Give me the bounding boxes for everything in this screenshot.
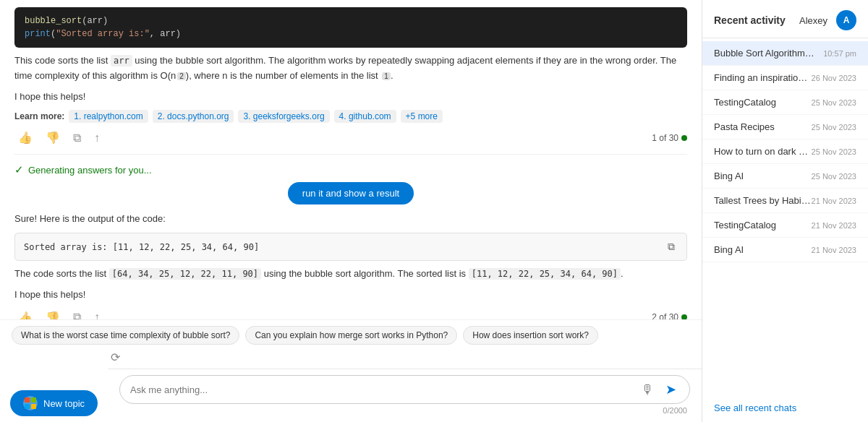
chat-messages: bubble_sort(arr) print("Sorted array is:…	[0, 0, 702, 319]
code-block-1: bubble_sort(arr) print("Sorted array is:…	[14, 7, 687, 48]
generating-text: Generating answers for you...	[28, 165, 152, 176]
sidebar-item-date-2: 25 Nov 2023	[812, 98, 856, 107]
message-actions-1: 👍 👎 ⧉ ↑ 1 of 30	[14, 129, 687, 147]
sidebar-item-7[interactable]: TestingCatalog 21 Nov 2023	[702, 213, 868, 238]
sidebar-item-date-3: 25 Nov 2023	[812, 123, 856, 132]
export-button-2[interactable]: ↑	[90, 309, 103, 319]
run-button[interactable]: run it and show a result	[288, 182, 414, 204]
win-quad-4	[31, 404, 36, 409]
learn-link-4[interactable]: 4. github.com	[334, 110, 396, 123]
learn-link-3[interactable]: 3. geeksforgeeks.org	[238, 110, 329, 123]
avatar[interactable]: A	[836, 10, 856, 30]
sidebar-item-2[interactable]: TestingCatalog 25 Nov 2023	[702, 90, 868, 115]
header-right: Alexey A	[799, 10, 856, 30]
check-icon: ✓	[14, 163, 24, 176]
sidebar-item-date-6: 21 Nov 2023	[812, 197, 856, 205]
thumbs-up-button-1[interactable]: 👍	[14, 129, 36, 147]
sidebar-item-6[interactable]: Tallest Trees by Habitat 21 Nov 2023	[702, 189, 868, 213]
learn-more-label: Learn more:	[14, 111, 64, 121]
inline-code-sorted: [11, 12, 22, 25, 34, 64, 90]	[469, 268, 621, 280]
sidebar-item-0[interactable]: Bubble Sort Algorithm in Python 10:57 pm	[702, 41, 868, 66]
message-text-2: The code sorts the list [64, 34, 25, 12,…	[14, 267, 687, 282]
counter-text-1: 1 of 30	[652, 133, 678, 143]
user-name: Alexey	[799, 15, 827, 26]
sidebar-item-8[interactable]: Bing AI 21 Nov 2023	[702, 238, 868, 262]
sidebar-item-title-5: Bing AI	[714, 171, 812, 181]
sidebar-item-title-8: Bing AI	[714, 244, 812, 255]
sidebar-item-date-5: 25 Nov 2023	[812, 172, 856, 181]
sidebar-item-date-0: 10:57 pm	[823, 49, 856, 58]
sidebar-item-title-0: Bubble Sort Algorithm in Python	[714, 48, 815, 59]
thumbs-down-button-1[interactable]: 👎	[42, 129, 64, 147]
sidebar-title: Recent activity	[714, 14, 786, 26]
sidebar-item-title-1: Finding an inspiration for my next mo...	[714, 72, 812, 83]
status-dot-1	[681, 135, 687, 141]
sidebar-item-title-2: TestingCatalog	[714, 97, 812, 108]
hope-text-2: I hope this helps!	[14, 288, 687, 303]
inline-code-input: [64, 34, 25, 12, 22, 11, 90]	[109, 268, 261, 280]
message-block-1: bubble_sort(arr) print("Sorted array is:…	[14, 7, 687, 155]
suggestion-chip-2[interactable]: Can you explain how merge sort works in …	[245, 326, 457, 345]
copy-output-button[interactable]: ⧉	[665, 239, 678, 254]
win-quad-3	[25, 404, 30, 409]
message-counter-2: 2 of 30	[652, 312, 687, 319]
learn-more-row: Learn more: 1. realpython.com 2. docs.py…	[14, 110, 687, 123]
regenerate-row: ⟳	[108, 350, 702, 369]
message-block-2: Sure! Here is the output of the code: So…	[14, 212, 687, 319]
sidebar-item-5[interactable]: Bing AI 25 Nov 2023	[702, 164, 868, 189]
status-dot-2	[681, 314, 687, 319]
regenerate-button[interactable]: ⟳	[111, 350, 120, 364]
sidebar-item-3[interactable]: Pasta Recipes 25 Nov 2023	[702, 115, 868, 139]
sidebar-item-1[interactable]: Finding an inspiration for my next mo...…	[702, 66, 868, 90]
sidebar-item-date-7: 21 Nov 2023	[812, 221, 856, 230]
sidebar-item-title-7: TestingCatalog	[714, 220, 812, 231]
sidebar-item-title-4: How to turn on dark mode in Microso...	[714, 146, 812, 157]
message-actions-2: 👍 👎 ⧉ ↑ 2 of 30	[14, 309, 687, 319]
sidebar-header: Recent activity Alexey A	[702, 0, 868, 38]
chat-input[interactable]	[130, 384, 632, 395]
message-counter-1: 1 of 30	[652, 133, 687, 143]
input-row: 🎙 ➤	[119, 375, 690, 404]
new-topic-button[interactable]: New topic	[10, 390, 98, 416]
chat-input-area: 🎙 ➤ 0/2000	[108, 369, 702, 422]
chat-area: bubble_sort(arr) print("Sorted array is:…	[0, 0, 702, 422]
run-button-row: run it and show a result	[14, 182, 687, 204]
win-quad-1	[25, 397, 30, 402]
sidebar: Recent activity Alexey A Bubble Sort Alg…	[702, 0, 868, 422]
new-topic-icon	[23, 396, 38, 410]
code-line-2: print("Sorted array is:", arr)	[25, 27, 677, 40]
copy-button-2[interactable]: ⧉	[69, 309, 85, 319]
thumbs-down-button-2[interactable]: 👎	[42, 309, 64, 319]
mic-button[interactable]: 🎙	[638, 381, 657, 399]
generating-row: ✓ Generating answers for you...	[14, 163, 687, 176]
code-line-1: bubble_sort(arr)	[25, 14, 677, 27]
char-counter: 0/2000	[119, 406, 690, 415]
sidebar-item-title-6: Tallest Trees by Habitat	[714, 195, 812, 206]
sure-text: Sure! Here is the output of the code:	[14, 212, 687, 227]
hope-text-1: I hope this helps!	[14, 90, 687, 105]
sidebar-list: Bubble Sort Algorithm in Python 10:57 pm…	[702, 38, 868, 394]
output-code-block: Sorted array is: [11, 12, 22, 25, 34, 64…	[14, 233, 687, 261]
sidebar-item-date-4: 25 Nov 2023	[812, 147, 856, 156]
sidebar-item-date-1: 26 Nov 2023	[812, 74, 856, 82]
send-button[interactable]: ➤	[663, 380, 679, 399]
bottom-row: New topic ⟳ 🎙 ➤ 0/2000	[0, 350, 702, 422]
thumbs-up-button-2[interactable]: 👍	[14, 309, 36, 319]
suggestion-chip-3[interactable]: How does insertion sort work?	[463, 326, 598, 345]
copy-button-1[interactable]: ⧉	[69, 129, 85, 147]
suggestion-chip-1[interactable]: What is the worst case time complexity o…	[12, 326, 239, 345]
suggestions-row: What is the worst case time complexity o…	[0, 319, 702, 350]
learn-link-more[interactable]: +5 more	[401, 110, 443, 123]
superscript-2[interactable]: 2	[177, 72, 186, 80]
learn-link-1[interactable]: 1. realpython.com	[69, 110, 148, 123]
sidebar-item-4[interactable]: How to turn on dark mode in Microso... 2…	[702, 139, 868, 164]
counter-text-2: 2 of 30	[652, 312, 678, 319]
new-topic-label: New topic	[43, 398, 85, 409]
superscript-1[interactable]: 1	[382, 72, 391, 80]
learn-link-2[interactable]: 2. docs.python.org	[153, 110, 234, 123]
sorted-output-text: Sorted array is: [11, 12, 22, 25, 34, 64…	[24, 242, 259, 252]
sidebar-item-date-8: 21 Nov 2023	[812, 246, 856, 254]
export-button-1[interactable]: ↑	[90, 129, 103, 147]
sidebar-item-title-3: Pasta Recipes	[714, 121, 812, 132]
see-all-link[interactable]: See all recent chats	[702, 394, 868, 422]
